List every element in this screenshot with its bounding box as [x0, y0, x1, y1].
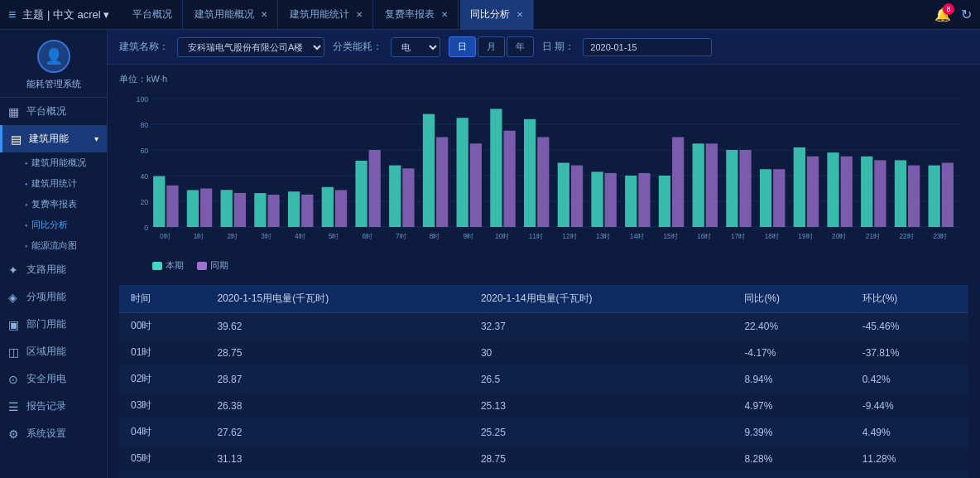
tab-close-建筑用能统计[interactable]: ✕: [356, 10, 363, 19]
sidebar-sub-item-2[interactable]: 复费率报表: [17, 194, 107, 215]
sidebar-sub-item-0[interactable]: 建筑用能概况: [17, 152, 107, 173]
tab-close-同比分析[interactable]: ✕: [516, 10, 523, 19]
svg-rect-15: [187, 190, 199, 227]
sidebar-item-3[interactable]: ◈分项用能: [0, 283, 107, 311]
table-cell: 26.5: [469, 366, 733, 393]
system-name: 能耗管理系统: [26, 78, 81, 90]
tab-建筑用能概况[interactable]: 建筑用能概况 ✕: [185, 0, 278, 30]
chart-container: 0204060801000时1时2时3时4时5时6时7时8时9时10时11时12…: [119, 90, 968, 256]
chart-section: 单位：kW·h 0204060801000时1时2时3时4时5时6时7时8时9时…: [108, 65, 980, 280]
topbar-right: 🔔 8 ↻: [934, 7, 972, 22]
sidebar-label-8: 系统设置: [26, 427, 66, 441]
table-row: 02时28.8726.58.94%0.42%: [119, 366, 968, 393]
avatar: 👤: [37, 40, 70, 73]
svg-rect-54: [625, 176, 637, 227]
svg-rect-81: [929, 166, 940, 227]
svg-text:15时: 15时: [664, 232, 678, 240]
time-btn-group: 日 月 年: [449, 36, 534, 57]
svg-text:23时: 23时: [933, 232, 947, 240]
svg-rect-21: [254, 193, 266, 227]
tab-bar: 平台概况建筑用能概况 ✕建筑用能统计 ✕复费率报表 ✕同比分析 ✕: [122, 0, 934, 30]
svg-rect-27: [322, 187, 334, 227]
table-cell: -45.46%: [851, 313, 968, 340]
svg-text:8时: 8时: [430, 232, 440, 240]
svg-rect-67: [773, 169, 785, 227]
sidebar-item-4[interactable]: ▣部门用能: [0, 311, 107, 338]
svg-rect-36: [423, 114, 435, 227]
svg-rect-24: [288, 191, 300, 227]
sidebar-item-6[interactable]: ⊙安全用电: [0, 365, 107, 393]
svg-rect-51: [591, 171, 603, 227]
svg-rect-28: [335, 190, 347, 227]
svg-text:80: 80: [140, 121, 148, 129]
svg-rect-69: [794, 147, 805, 227]
legend-prev: 同期: [197, 259, 228, 272]
svg-text:9时: 9时: [464, 232, 474, 240]
svg-rect-12: [153, 176, 165, 227]
svg-text:4时: 4时: [295, 232, 305, 240]
sidebar-item-1[interactable]: ▤建筑用能▾: [0, 125, 107, 152]
building-select[interactable]: 安科瑞电气股份有限公司A楼: [177, 37, 324, 57]
svg-rect-78: [895, 160, 906, 227]
table-cell: 03时: [119, 393, 205, 419]
svg-rect-25: [301, 195, 313, 227]
sidebar-sub-item-1[interactable]: 建筑用统计: [17, 173, 107, 194]
table-cell: 28.75: [469, 446, 733, 472]
svg-rect-37: [436, 138, 448, 228]
date-label: 日 期：: [542, 40, 574, 54]
table-cell: 28.87: [205, 366, 468, 393]
svg-rect-76: [874, 160, 886, 227]
btn-hour[interactable]: 日: [449, 36, 476, 57]
svg-text:2时: 2时: [228, 232, 238, 240]
sidebar-item-7[interactable]: ☰报告记录: [0, 393, 107, 420]
svg-text:17时: 17时: [731, 232, 745, 240]
legend-current-label: 本期: [166, 259, 184, 272]
table-cell: 60: [469, 472, 733, 479]
table-row: 05时31.1328.758.28%11.28%: [119, 446, 968, 472]
svg-rect-34: [402, 168, 414, 227]
svg-rect-31: [369, 150, 381, 227]
sidebar-item-5[interactable]: ◫区域用能: [0, 338, 107, 365]
sidebar-label-5: 区域用能: [26, 345, 66, 359]
table-cell: 8.28%: [733, 446, 850, 472]
svg-text:7时: 7时: [396, 232, 406, 240]
table-cell: 27.62: [205, 419, 468, 446]
building-label: 建筑名称：: [119, 40, 169, 54]
svg-rect-58: [672, 138, 684, 228]
sidebar-label-6: 安全用电: [26, 372, 66, 386]
table-cell: 4.97%: [733, 393, 850, 419]
btn-month[interactable]: 月: [478, 36, 505, 57]
tab-建筑用能统计[interactable]: 建筑用能统计 ✕: [280, 0, 373, 30]
tab-同比分析[interactable]: 同比分析 ✕: [460, 0, 534, 30]
table-cell: 11.28%: [851, 446, 968, 472]
svg-rect-22: [267, 195, 279, 227]
chart-legend: 本期 同期: [119, 259, 968, 272]
sidebar-icon-5: ◫: [8, 345, 22, 359]
tab-close-复费率报表[interactable]: ✕: [441, 10, 448, 19]
date-input[interactable]: [583, 38, 712, 56]
sidebar-sub-item-3[interactable]: 同比分析: [17, 215, 107, 235]
sidebar-item-2[interactable]: ✦支路用能: [0, 256, 107, 283]
notification-icon[interactable]: 🔔 8: [934, 7, 951, 22]
table-cell: 39.71%: [851, 472, 968, 479]
category-select[interactable]: 电: [391, 37, 440, 57]
svg-rect-19: [234, 193, 246, 227]
brand-label: 主题 | 中文 acrel ▾: [22, 7, 109, 22]
table-cell: 32.37: [469, 313, 733, 340]
sidebar-sub-item-4[interactable]: 能源流向图: [17, 235, 107, 256]
tab-复费率报表[interactable]: 复费率报表 ✕: [375, 0, 459, 30]
svg-rect-75: [861, 157, 872, 227]
svg-rect-45: [524, 119, 536, 227]
sidebar-icon-6: ⊙: [8, 373, 22, 386]
svg-text:16时: 16时: [697, 232, 711, 240]
sidebar-item-0[interactable]: ▦平台概况: [0, 98, 107, 125]
table-header: 环比(%): [851, 285, 968, 313]
sidebar-item-8[interactable]: ⚙系统设置: [0, 420, 107, 447]
table-section: 时间2020-1-15用电量(千瓦时)2020-1-14用电量(千瓦时)同比(%…: [108, 285, 980, 478]
tab-close-建筑用能概况[interactable]: ✕: [261, 10, 267, 19]
svg-text:5时: 5时: [329, 232, 339, 240]
tab-平台概况[interactable]: 平台概况: [122, 0, 183, 30]
menu-icon[interactable]: ≡: [8, 7, 16, 22]
btn-year[interactable]: 年: [507, 36, 534, 57]
refresh-icon[interactable]: ↻: [961, 7, 972, 22]
